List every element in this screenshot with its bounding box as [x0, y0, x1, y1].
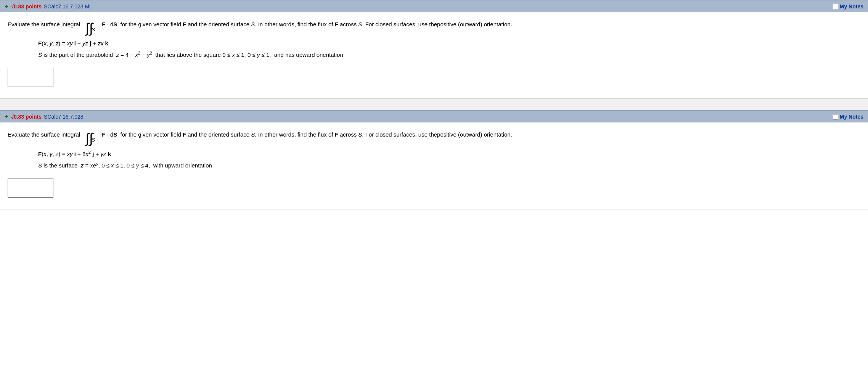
surface-description-2: S is the surface z = xey, 0 ≤ x ≤ 1, 0 ≤…: [38, 160, 860, 171]
problem-2-statement: Evaluate the surface integral ∫∫ S F · d…: [8, 130, 860, 144]
expand-icon-1[interactable]: +: [5, 3, 8, 10]
double-integral-1: ∫∫ S: [85, 20, 97, 34]
points-label-2: -/0.83 points: [10, 114, 42, 120]
problem-2-container: + -/0.83 points SCalc7 16.7.028. My Note…: [0, 110, 868, 209]
expand-icon-2[interactable]: +: [5, 113, 8, 120]
problem-1-math: F(x, y, z) = xy i + yz j + zx k S is the…: [38, 38, 860, 60]
problem-2-body: Evaluate the surface integral ∫∫ S F · d…: [0, 122, 868, 209]
statement-suffix-1b: positive (outward) orientation.: [437, 20, 512, 29]
statement-suffix-2: for the given vector field F and the ori…: [121, 130, 437, 139]
integral-subscript-2: S: [92, 136, 95, 144]
field-equation-1: F(x, y, z) = xy i + yz j + zx k: [38, 38, 860, 49]
answer-input-2[interactable]: [8, 179, 53, 198]
my-notes-text-1[interactable]: My Notes: [840, 3, 863, 10]
my-notes-btn-1[interactable]: My Notes: [833, 3, 863, 10]
problem-1-body: Evaluate the surface integral ∫∫ S F · d…: [0, 12, 868, 99]
integrand-2: F · dS: [99, 130, 121, 139]
statement-suffix-2b: positive (outward) orientation.: [437, 130, 512, 139]
double-integral-2: ∫∫ S: [85, 130, 97, 144]
integral-subscript-1: S: [92, 26, 95, 34]
my-notes-text-2[interactable]: My Notes: [840, 114, 863, 120]
statement-prefix-2: Evaluate the surface integral: [8, 130, 83, 139]
field-equation-2: F(x, y, z) = xy i + 8x2 j + yz k: [38, 148, 860, 160]
my-notes-checkbox-2[interactable]: [833, 114, 838, 119]
my-notes-btn-2[interactable]: My Notes: [833, 114, 863, 120]
answer-input-1[interactable]: [8, 68, 53, 87]
problem-id-2: SCalc7 16.7.028.: [44, 114, 85, 120]
statement-prefix-1: Evaluate the surface integral: [8, 20, 83, 29]
problem-2-math: F(x, y, z) = xy i + 8x2 j + yz k S is th…: [38, 148, 860, 171]
problem-1-container: + -/0.83 points SCalc7 16.7.023.Mi. My N…: [0, 0, 868, 99]
integrand-1: F · dS: [99, 20, 121, 29]
problem-1-header: + -/0.83 points SCalc7 16.7.023.Mi. My N…: [0, 0, 868, 12]
problem-2-header: + -/0.83 points SCalc7 16.7.028. My Note…: [0, 110, 868, 122]
points-label-1: -/0.83 points: [10, 3, 42, 10]
problem-id-1: SCalc7 16.7.023.Mi.: [44, 3, 92, 10]
problem-1-statement: Evaluate the surface integral ∫∫ S F · d…: [8, 20, 860, 34]
statement-suffix-1: for the given vector field F and the ori…: [121, 20, 437, 29]
surface-description-1: S is the part of the paraboloid z = 4 − …: [38, 49, 860, 61]
divider-1: [0, 99, 868, 110]
my-notes-checkbox-1[interactable]: [833, 4, 838, 9]
